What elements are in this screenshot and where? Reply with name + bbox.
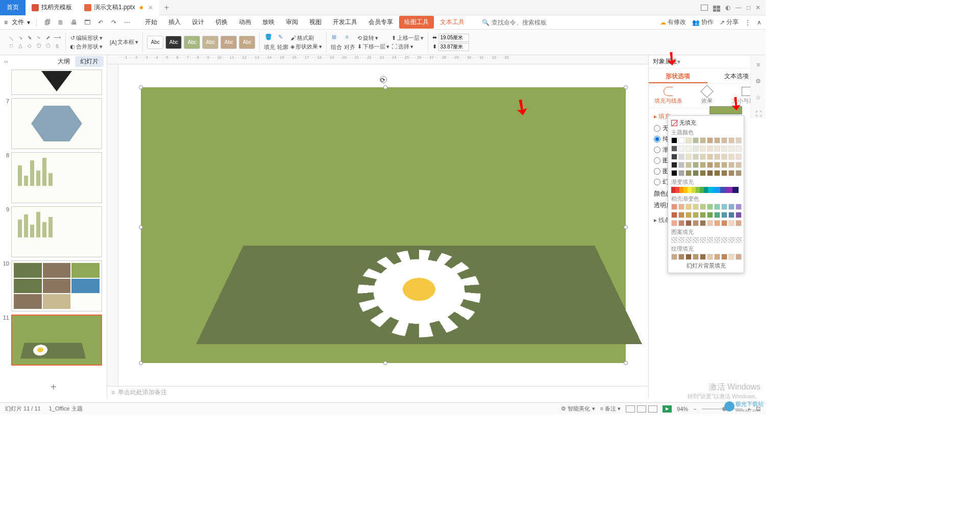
color-swatch[interactable] [736,170,742,176]
color-swatch[interactable] [678,220,684,226]
color-swatch[interactable] [736,204,742,210]
resize-handle-sw[interactable] [139,361,143,365]
collapse-panel-icon[interactable]: ‹‹ [4,58,8,64]
color-swatch[interactable] [693,154,699,160]
color-swatch[interactable] [721,146,727,152]
pattern-swatch[interactable] [693,237,699,243]
notes-toggle[interactable]: ≡ 备注 ▾ [600,405,621,413]
sorter-view-icon[interactable] [637,405,646,413]
color-swatch[interactable] [693,220,699,226]
pattern-swatch[interactable] [728,237,734,243]
color-swatch[interactable] [728,204,734,210]
color-swatch[interactable] [671,162,677,168]
print-icon[interactable]: 🖶 [69,18,79,27]
color-swatch[interactable] [714,154,720,160]
beautify-button[interactable]: ⚙ 智能美化 ▾ [561,405,595,413]
width-field[interactable]: ⬌ [432,34,469,42]
color-swatch[interactable] [732,187,739,193]
tab-review[interactable]: 审阅 [281,16,303,29]
style-4[interactable]: Abc [202,36,218,49]
color-swatch[interactable] [721,254,727,260]
subtab-fill-line[interactable]: 填充与线条 [649,84,688,108]
color-swatch[interactable] [700,204,706,210]
color-swatch[interactable] [700,170,706,176]
color-swatch[interactable] [736,154,742,160]
color-swatch[interactable] [678,204,684,210]
selected-shape[interactable] [141,87,626,363]
tab-template[interactable]: 找稻壳模板 [26,0,78,15]
style-1[interactable]: Abc [147,36,163,49]
skin-icon[interactable]: ◐ [725,4,730,11]
color-swatch[interactable] [685,220,692,226]
tab-text-tools[interactable]: 文本工具 [435,16,470,29]
tab-home[interactable]: 首页 [0,0,26,15]
color-swatch[interactable] [736,146,742,152]
color-swatch[interactable] [728,146,734,152]
thumbnail-6[interactable] [11,69,102,95]
color-swatch[interactable] [671,212,677,218]
style-2[interactable]: Abc [165,36,182,49]
tool-settings-icon[interactable]: ⚙ [754,77,763,86]
color-swatch[interactable] [685,212,692,218]
format-brush-button[interactable]: 🖌 格式刷 [290,34,322,42]
tool-select-icon[interactable]: ⛶ [754,109,763,118]
color-swatch[interactable] [707,220,713,226]
color-swatch[interactable] [678,254,684,260]
pattern-swatch[interactable] [721,237,727,243]
color-swatch[interactable] [693,137,699,143]
tab-slides[interactable]: 幻灯片 [75,56,104,67]
color-swatch[interactable] [685,254,692,260]
add-slide-button[interactable]: + [0,376,107,398]
tab-devtools[interactable]: 开发工具 [328,16,362,29]
edit-shape-button[interactable]: ↺ 编辑形状 ▾ [70,34,103,42]
color-swatch[interactable] [678,146,684,152]
color-swatch[interactable] [736,162,742,168]
color-swatch[interactable] [685,170,692,176]
pattern-swatch[interactable] [671,237,677,243]
align-button[interactable]: ≡对齐 [344,34,355,51]
resize-handle-nw[interactable] [139,85,143,89]
color-swatch[interactable] [678,154,684,160]
color-swatch[interactable] [707,137,713,143]
color-swatch[interactable] [714,220,720,226]
color-swatch[interactable] [707,154,713,160]
command-search[interactable]: 🔍 [482,19,563,26]
color-swatch[interactable] [693,204,699,210]
color-swatch[interactable] [671,254,677,260]
color-swatch[interactable] [714,146,720,152]
tab-outline[interactable]: 大纲 [53,56,75,67]
normal-view-icon[interactable] [626,405,635,413]
resize-handle-e[interactable] [624,225,628,229]
color-swatch[interactable] [685,137,692,143]
save-as-icon[interactable]: 🗎 [56,18,65,27]
resize-handle-ne[interactable] [624,85,628,89]
color-swatch[interactable] [707,170,713,176]
fill-button[interactable]: 🪣填充 [264,34,275,51]
print-preview-icon[interactable]: 🗔 [83,18,92,27]
color-swatch[interactable] [700,162,706,168]
color-swatch[interactable] [700,254,706,260]
tab-slideshow[interactable]: 放映 [257,16,280,29]
color-swatch[interactable] [714,137,720,143]
color-swatch[interactable] [671,154,677,160]
color-swatch[interactable] [714,162,720,168]
thumbnail-10[interactable] [11,260,102,311]
subtab-effects[interactable]: 效果 [688,84,726,108]
width-input[interactable] [438,34,469,42]
pattern-swatch[interactable] [714,237,720,243]
color-swatch[interactable] [700,220,706,226]
color-swatch[interactable] [671,220,677,226]
color-swatch[interactable] [728,137,734,143]
resize-handle-s[interactable] [383,361,387,365]
add-tab-button[interactable]: + [159,3,174,12]
color-swatch[interactable] [728,212,734,218]
pattern-swatch[interactable] [707,237,713,243]
close-icon[interactable]: ✕ [148,4,153,11]
zoom-out-icon[interactable]: − [693,406,696,412]
tab-view[interactable]: 视图 [304,16,327,29]
color-swatch[interactable] [671,146,677,152]
color-swatch[interactable] [700,154,706,160]
color-swatch[interactable] [721,212,727,218]
color-swatch[interactable] [714,212,720,218]
more-menu-icon[interactable]: ⋮ [745,19,751,26]
